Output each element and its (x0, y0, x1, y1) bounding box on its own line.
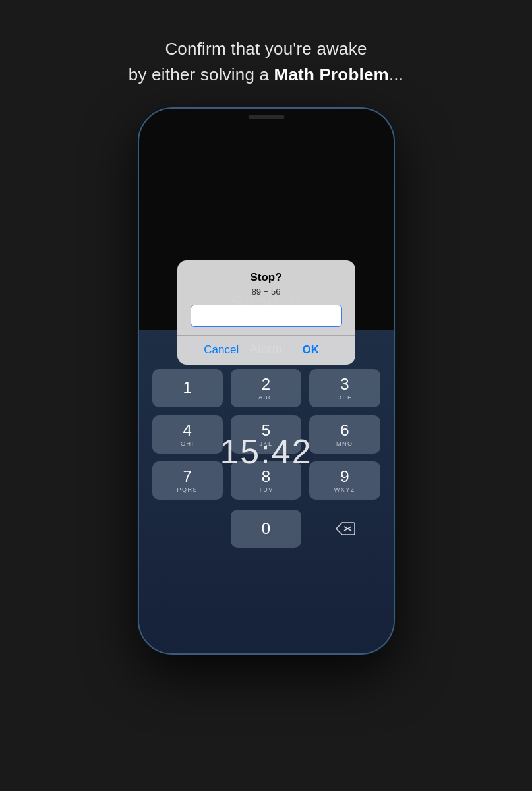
header-line2-bold: Math Problem (274, 65, 389, 84)
screen-bottom-area: Alarm 1 2 ABC 3 DEF (139, 330, 394, 653)
header-line2-end: ... (389, 65, 403, 84)
key-7[interactable]: 7 PQRS (152, 461, 223, 500)
speaker-icon (248, 115, 284, 119)
key-9[interactable]: 9 WXYZ (309, 461, 380, 500)
header-line2-normal: by either solving a (129, 65, 274, 84)
key-6[interactable]: 6 MNO (309, 415, 380, 454)
dialog-ok-button[interactable]: OK (266, 336, 355, 365)
dialog-body: Stop? 89 + 56 (177, 260, 355, 335)
key-1[interactable]: 1 (152, 369, 223, 407)
key-empty-placeholder (152, 510, 223, 548)
dialog-cancel-button[interactable]: Cancel (177, 336, 267, 365)
header-line2: by either solving a Math Problem... (129, 65, 403, 84)
time-display: 15:42 (220, 432, 312, 471)
phone-mockup: Snooze Stop? 89 + 56 Cancel OK 15:42 Ala… (138, 107, 395, 655)
phone-frame: Snooze Stop? 89 + 56 Cancel OK 15:42 Ala… (138, 107, 395, 655)
backspace-icon (335, 521, 355, 536)
dialog-buttons: Cancel OK (177, 335, 355, 365)
key-4[interactable]: 4 GHI (152, 415, 223, 454)
stop-dialog: Stop? 89 + 56 Cancel OK (177, 260, 355, 365)
key-backspace-button[interactable] (309, 510, 380, 548)
dialog-answer-input[interactable] (191, 305, 342, 327)
phone-notch (223, 109, 309, 129)
dialog-math-problem: 89 + 56 (191, 287, 342, 297)
key-2[interactable]: 2 ABC (231, 369, 301, 407)
header-line1: Confirm that you're awake (165, 39, 367, 59)
key-0[interactable]: 0 (231, 510, 301, 548)
key-3[interactable]: 3 DEF (309, 369, 380, 407)
phone-screen: Snooze Stop? 89 + 56 Cancel OK 15:42 Ala… (139, 109, 394, 653)
dialog-title: Stop? (191, 271, 342, 284)
keypad-bottom-row: 0 (139, 510, 394, 561)
header-description: Confirm that you're awake by either solv… (129, 36, 403, 88)
